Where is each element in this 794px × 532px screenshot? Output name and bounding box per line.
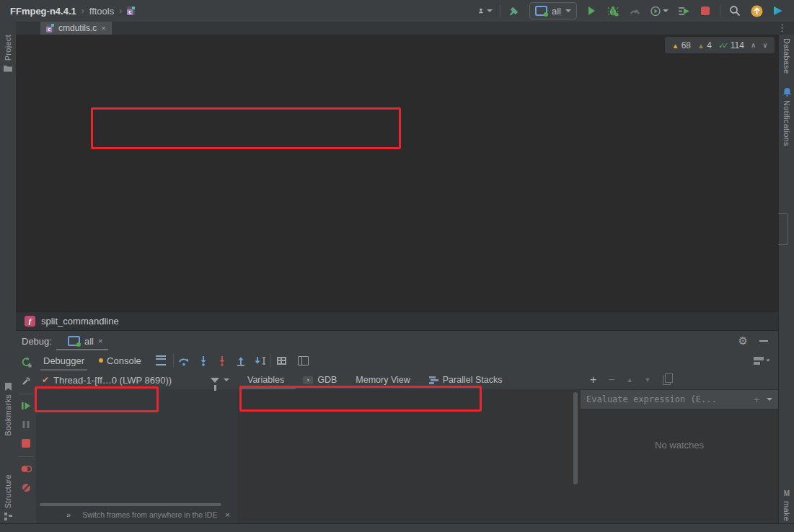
thread-selector[interactable]: ✔ Thread-1-[ff…0 (LWP 8690)): [36, 371, 238, 389]
sidebar-item-notifications[interactable]: Notifications: [779, 88, 794, 146]
run-config-name: all: [552, 6, 561, 17]
warning-triangle-icon: ▲: [697, 42, 705, 50]
remove-watch-icon[interactable]: −: [608, 374, 614, 386]
layout-menu-icon[interactable]: [156, 355, 166, 365]
sidebar-item-structure[interactable]: Structure: [0, 474, 16, 520]
toolbar-divider: [270, 354, 271, 367]
tab-console[interactable]: Console: [92, 350, 149, 371]
sidebar-item-make[interactable]: M make: [779, 489, 794, 521]
attach-to-process-icon[interactable]: [676, 4, 691, 18]
tab-close-icon[interactable]: ×: [101, 24, 105, 32]
tab-debugger[interactable]: Debugger: [36, 350, 92, 371]
tab-options-icon[interactable]: ⋮: [777, 22, 787, 33]
bookmark-icon: [4, 382, 12, 391]
debug-button[interactable]: [606, 4, 620, 18]
add-watch-icon[interactable]: +: [590, 374, 596, 386]
next-problem-icon[interactable]: ∨: [762, 41, 767, 49]
step-over-icon[interactable]: [178, 355, 190, 366]
inspections-widget[interactable]: ▲ 68 ▲ 4 ✓✓ 114 ∧ ∨: [665, 37, 775, 53]
sidebar-item-project[interactable]: Project: [0, 35, 16, 73]
chevron-down-icon[interactable]: [767, 398, 772, 401]
no-watches-message: No watches: [581, 440, 778, 451]
toolbar-divider: [720, 4, 720, 17]
checks-icon: ✓✓: [718, 41, 725, 50]
frames-panel: ✔ Thread-1-[ff…0 (LWP 8690)) » Switch fr…: [36, 371, 239, 523]
hint-close-icon[interactable]: ×: [225, 510, 229, 519]
move-watch-down-icon[interactable]: ▼: [645, 376, 651, 384]
structure-icon: [4, 512, 12, 520]
session-close-icon[interactable]: ×: [98, 337, 102, 345]
debug-toolwindow-header: Debug: all × ⚙: [16, 330, 778, 351]
force-step-into-icon[interactable]: [217, 355, 227, 366]
gear-icon[interactable]: ⚙: [738, 334, 748, 347]
thread-status-check-icon: ✔: [42, 375, 49, 385]
filter-funnel-icon[interactable]: [211, 378, 219, 383]
editor-tab-bar: c cmdutils.c × ⋮: [16, 22, 794, 35]
function-icon: f: [25, 316, 35, 327]
chevron-down-icon: [766, 360, 770, 362]
parallel-stacks-icon: [429, 376, 438, 384]
add-to-watches-icon[interactable]: +: [754, 394, 759, 405]
ide-update-icon[interactable]: [749, 4, 764, 18]
variables-scrollbar[interactable]: [573, 392, 578, 484]
tab-variables[interactable]: Variables: [238, 371, 294, 389]
strip-divider: [19, 394, 33, 394]
mute-breakpoints-icon[interactable]: [19, 480, 33, 495]
view-breakpoints-grid-icon[interactable]: [277, 357, 286, 365]
copy-watch-icon[interactable]: [663, 376, 671, 385]
profiler-button[interactable]: [627, 4, 642, 18]
code-editor[interactable]: [16, 35, 778, 311]
thread-name: Thread-1-[ff…0 (LWP 8690)): [53, 375, 172, 386]
context-function-name[interactable]: split_commandline: [41, 316, 119, 327]
sidebar-item-bookmarks[interactable]: Bookmarks: [0, 382, 16, 436]
plugin-icon[interactable]: [771, 4, 785, 18]
breadcrumb-separator: ›: [119, 6, 122, 16]
debugger-view-tabs: Variables ›GDB Memory View Parallel Stac…: [238, 371, 581, 389]
more-chevron-icon[interactable]: »: [66, 510, 71, 519]
tab-gdb[interactable]: ›GDB: [294, 371, 346, 389]
error-count: 68: [681, 40, 691, 50]
run-to-cursor-icon[interactable]: [255, 355, 266, 366]
step-into-icon[interactable]: [198, 355, 208, 366]
title-bar: FFmpeg-n4.4.1›fftools›c all: [0, 0, 794, 22]
ide-window: FFmpeg-n4.4.1›fftools›c all: [0, 0, 794, 532]
layout-panes-icon[interactable]: [298, 356, 309, 365]
coverage-button[interactable]: [649, 4, 669, 18]
user-menu-icon[interactable]: [478, 4, 493, 18]
stop-button[interactable]: [698, 4, 713, 18]
resume-program-icon[interactable]: [19, 399, 33, 413]
prev-problem-icon[interactable]: ∧: [751, 41, 756, 49]
context-function-bar: f split_commandline: [16, 311, 778, 330]
debugger-settings-wrench-icon[interactable]: [19, 373, 33, 388]
variables-tab-underline: [241, 388, 296, 389]
strip-divider: [19, 456, 33, 457]
restore-layout-icon[interactable]: [754, 357, 764, 365]
tab-memory-view[interactable]: Memory View: [346, 371, 419, 389]
tab-parallel-stacks[interactable]: Parallel Stacks: [420, 371, 512, 389]
debugger-toolbar: Debugger Console: [36, 350, 778, 371]
breadcrumb-separator: ›: [81, 6, 84, 16]
left-tool-stripe: Project Bookmarks Structure: [0, 22, 17, 523]
stop-process-icon[interactable]: [19, 436, 33, 451]
breadcrumb-item[interactable]: fftools: [89, 6, 114, 17]
search-everywhere-icon[interactable]: [728, 4, 742, 18]
tab-label: cmdutils.c: [58, 23, 97, 33]
chevron-down-icon[interactable]: [224, 378, 229, 381]
evaluate-expression-input[interactable]: Evaluate expression (E... +: [581, 389, 778, 409]
step-out-icon[interactable]: [236, 355, 246, 366]
hide-toolwindow-icon[interactable]: [759, 340, 768, 342]
view-breakpoints-icon[interactable]: [19, 461, 33, 476]
breadcrumb[interactable]: FFmpeg-n4.4.1›fftools›c: [10, 6, 135, 17]
bottom-tool-bar: [0, 523, 794, 532]
build-hammer-icon[interactable]: [508, 4, 522, 18]
move-watch-up-icon[interactable]: ▲: [627, 376, 633, 384]
rerun-icon[interactable]: [19, 355, 33, 369]
frames-h-scrollbar[interactable]: [40, 503, 221, 506]
right-tool-stripe: Database Notifications M make: [778, 22, 794, 523]
pause-program-icon[interactable]: [19, 417, 33, 432]
run-config-selector[interactable]: all: [529, 2, 577, 19]
run-button[interactable]: [584, 4, 599, 18]
variables-panel: Variables ›GDB Memory View Parallel Stac…: [238, 371, 581, 523]
breadcrumb-item[interactable]: FFmpeg-n4.4.1: [10, 6, 76, 17]
debug-session-tab[interactable]: all ×: [68, 331, 102, 351]
